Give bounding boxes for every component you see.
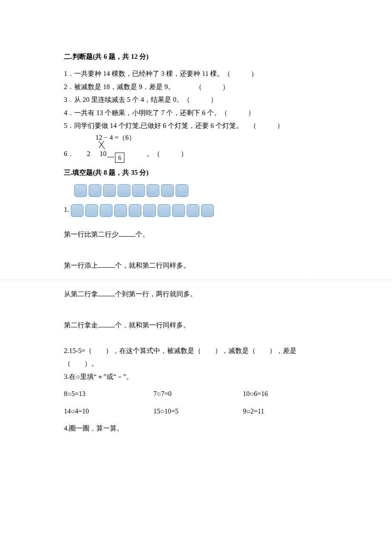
s3-q1-prefix: 1. — [64, 203, 69, 216]
square-icon — [71, 204, 84, 217]
s2-q6: 6． 12 − 4 =（6） 2 10 6 。（ ） — [64, 133, 328, 160]
s3-q1-sub1-b: 个。 — [135, 231, 149, 238]
s2-q6-box: 6 — [115, 153, 124, 163]
s3-q1-sub3-a: 从第二行拿 — [64, 290, 98, 298]
s2-q6-suffix: 。（ ） — [147, 147, 187, 160]
s2-q4: 4．一共有 13 个糖果，小明吃了 7 个，还剩下 6 个。（ ） — [64, 107, 328, 119]
s3-q4: 4.圈一圈，算一算。 — [64, 422, 328, 435]
s3-q3-row2: 14○4=10 15○10=5 9○2=11 — [64, 405, 328, 418]
s3-q1: 1. 第一行比第二行少个。 第一行添上个，就和第二行同样多。 从第二行拿个到第一… — [64, 184, 328, 332]
s3-q3-row1: 8○5=13 7○7=0 10○6=16 — [64, 387, 328, 400]
s3-q1-row1 — [74, 184, 328, 197]
s3-q3-r1a: 8○5=13 — [64, 387, 153, 400]
s2-q6-node-left: 2 — [87, 147, 90, 160]
blank — [98, 289, 115, 296]
s3-q1-sub2-a: 第一行添上 — [64, 262, 98, 269]
square-icon — [74, 184, 87, 197]
s2-q5: 5．同学们要做 14 个灯笼,已做好 6 个灯笼，还要 6 个灯笼。 （ ） — [64, 119, 328, 132]
s3-q1-sub2-b: 个，就和第二行同样多。 — [115, 262, 190, 269]
square-icon — [161, 184, 174, 197]
s3-q1-sub4-b: 个，就和第一行同样多。 — [115, 321, 190, 329]
blank — [98, 260, 115, 268]
square-icon — [158, 204, 170, 217]
square-icon — [187, 204, 199, 217]
square-icon — [172, 204, 185, 217]
s3-q3-r1c: 10○6=16 — [243, 387, 332, 400]
page-divider — [0, 280, 392, 280]
s2-q6-link — [107, 157, 114, 157]
square-icon — [129, 204, 141, 217]
s3-q3-title: 3.在○里填“＋”或“－”。 — [64, 370, 328, 383]
square-icon — [201, 204, 214, 217]
s2-q6-diagram: 12 − 4 =（6） 2 10 6 — [87, 133, 142, 160]
s3-q3-r1b: 7○7=0 — [153, 387, 243, 400]
square-icon — [85, 204, 98, 217]
worksheet-page: 二.判断题(共 6 题，共 12 分) 1．一共要种 14 棵数，已经种了 3 … — [0, 0, 392, 555]
s3-q1-sub3: 从第二行拿个到第一行，两行就同多。 — [64, 288, 328, 301]
s3-q1-row2 — [71, 204, 216, 217]
s3-q3-r2b: 15○10=5 — [153, 405, 243, 418]
blank — [118, 229, 135, 237]
s3-q1-sub2: 第一行添上个，就和第二行同样多。 — [64, 259, 328, 272]
square-icon — [132, 184, 145, 197]
square-icon — [118, 184, 130, 197]
s2-q1: 1．一共要种 14 棵数，已经种了 3 棵，还要种 11 棵。（ ） — [64, 67, 328, 80]
square-icon — [100, 204, 112, 217]
s3-q1-sub4-a: 第二行拿走 — [64, 321, 98, 329]
square-icon — [176, 184, 188, 197]
s3-q1-sub4: 第二行拿走个，就和第一行同样多。 — [64, 319, 328, 332]
square-icon — [143, 204, 156, 217]
section-2-title: 二.判断题(共 6 题，共 12 分) — [64, 50, 328, 63]
s3-q1-sub3-b: 个到第一行，两行就同多。 — [115, 290, 197, 298]
square-icon — [103, 184, 116, 197]
blank — [98, 320, 115, 327]
section-3-title: 三.填空题(共 8 题，共 35 分) — [64, 166, 328, 179]
square-icon — [147, 184, 159, 197]
s2-q3: 3．从 20 里连续减去 5 个 4，结果是 0。（ ） — [64, 93, 328, 106]
s3-q1-sub1-a: 第一行比第二行少 — [64, 231, 118, 238]
s3-q2: 2.15-5=（ ），在这个算式中，被减数是（ ），减数是（ ），差是（ ）。 — [64, 344, 328, 370]
s3-q1-sub1: 第一行比第二行少个。 — [64, 228, 328, 241]
s2-q6-prefix: 6． — [64, 147, 74, 160]
s3-q3-r2a: 14○4=10 — [64, 405, 153, 418]
square-icon — [114, 204, 127, 217]
s3-q3-r2c: 9○2=11 — [243, 405, 332, 418]
s2-q6-expr: 12 − 4 =（6） — [95, 131, 135, 144]
s2-q2: 2．被减数是 18，减数是 9，差是 9。 （ ） — [64, 81, 328, 93]
s2-q6-node-mid: 10 — [100, 147, 107, 160]
square-icon — [89, 184, 101, 197]
